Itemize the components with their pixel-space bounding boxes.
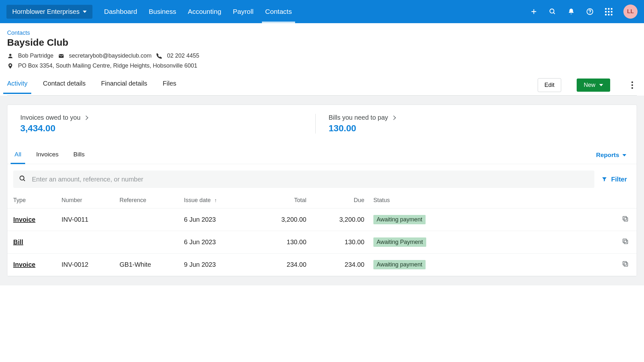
chevron-right-icon	[84, 115, 88, 120]
row-issue-date: 6 Jun 2023	[184, 238, 248, 246]
svg-rect-9	[623, 239, 627, 243]
row-due: 130.00	[306, 238, 364, 246]
row-total: 234.00	[248, 261, 306, 268]
col-issue-date[interactable]: Issue date ↑	[184, 197, 248, 204]
nav-contacts[interactable]: Contacts	[265, 1, 292, 23]
bell-icon[interactable]	[567, 8, 575, 15]
location-icon	[7, 63, 14, 69]
copy-icon[interactable]	[622, 215, 629, 222]
filter-icon	[601, 176, 607, 182]
bills-to-pay-value: 130.00	[329, 123, 624, 134]
row-issue-date: 9 Jun 2023	[184, 261, 248, 268]
nav-accounting[interactable]: Accounting	[188, 1, 221, 23]
avatar[interactable]: LL	[623, 5, 638, 19]
svg-rect-10	[624, 263, 628, 266]
row-number: INV-0012	[62, 261, 120, 268]
apps-icon[interactable]	[605, 8, 612, 15]
contact-person: Bob Partridge	[18, 52, 53, 59]
table-header: Type Number Reference Issue date ↑ Total…	[7, 194, 637, 209]
copy-icon[interactable]	[622, 238, 629, 245]
contact-address: PO Box 3354, South Mailing Centre, Ridge…	[18, 62, 197, 69]
contact-info-row-2: PO Box 3354, South Mailing Centre, Ridge…	[7, 62, 637, 69]
bills-to-pay-label: Bills you need to pay	[329, 114, 624, 121]
activity-card: Invoices owed to you 3,434.00 Bills you …	[7, 105, 637, 276]
table-row: Invoice INV-0012 GB1-White 9 Jun 2023 23…	[7, 254, 637, 276]
contact-info-row-1: Bob Partridge secretarybob@baysideclub.c…	[7, 52, 637, 59]
search-input[interactable]	[32, 176, 589, 183]
row-due: 234.00	[306, 261, 364, 268]
col-total[interactable]: Total	[248, 197, 306, 204]
row-due: 3,200.00	[306, 216, 364, 223]
reports-dropdown[interactable]: Reports	[596, 152, 630, 159]
topbar-tools: LL	[530, 5, 638, 19]
invoices-owed-value: 3,434.00	[20, 123, 315, 134]
svg-rect-8	[624, 240, 628, 244]
subtab-all[interactable]: All	[14, 146, 21, 164]
col-status[interactable]: Status	[364, 197, 432, 204]
bills-to-pay-block[interactable]: Bills you need to pay 130.00	[315, 114, 624, 134]
chevron-right-icon	[391, 115, 396, 120]
svg-point-2	[590, 13, 590, 14]
chevron-down-icon	[83, 11, 87, 13]
sort-asc-icon: ↑	[214, 198, 217, 203]
subtab-invoices[interactable]: Invoices	[36, 146, 59, 164]
search-icon	[19, 175, 26, 183]
svg-rect-11	[623, 262, 627, 265]
row-type-link[interactable]: Invoice	[13, 216, 35, 223]
org-switcher[interactable]: Hornblower Enterprises	[6, 5, 92, 19]
status-badge: Awaiting payment	[373, 215, 426, 224]
col-type[interactable]: Type	[13, 197, 62, 204]
row-issue-date: 6 Jun 2023	[184, 216, 248, 223]
nav-dashboard[interactable]: Dashboard	[104, 1, 137, 23]
svg-point-3	[9, 54, 12, 56]
more-vert-icon	[631, 81, 633, 89]
search-icon[interactable]	[549, 8, 556, 15]
content-area: Invoices owed to you 3,434.00 Bills you …	[0, 96, 644, 285]
search-box[interactable]	[13, 171, 594, 188]
row-total: 3,200.00	[248, 216, 306, 223]
status-badge: Awaiting payment	[373, 260, 426, 269]
tab-files[interactable]: Files	[163, 80, 176, 94]
org-name: Hornblower Enterprises	[12, 8, 80, 15]
svg-point-5	[20, 176, 24, 180]
add-icon[interactable]	[530, 8, 538, 15]
invoices-owed-block[interactable]: Invoices owed to you 3,434.00	[20, 114, 315, 134]
col-reference[interactable]: Reference	[120, 197, 184, 204]
new-button-label: New	[584, 82, 595, 88]
table-row: Bill 6 Jun 2023 130.00 130.00 Awaiting P…	[7, 231, 637, 254]
search-filter-row: Filter	[7, 164, 637, 194]
status-badge: Awaiting Payment	[373, 237, 426, 247]
phone-icon	[156, 53, 162, 59]
copy-icon[interactable]	[622, 260, 629, 267]
nav-business[interactable]: Business	[149, 1, 176, 23]
svg-point-0	[550, 9, 554, 13]
filter-button[interactable]: Filter	[601, 176, 631, 183]
svg-rect-7	[623, 217, 627, 220]
row-total: 130.00	[248, 238, 306, 246]
row-type-link[interactable]: Bill	[13, 238, 23, 246]
email-icon	[58, 53, 64, 59]
row-number: INV-0011	[62, 216, 120, 223]
tab-contact-details[interactable]: Contact details	[43, 80, 85, 94]
contact-tabs: Activity Contact details Financial detai…	[7, 78, 637, 96]
svg-rect-6	[624, 218, 628, 221]
person-icon	[7, 53, 14, 59]
col-number[interactable]: Number	[62, 197, 120, 204]
tab-financial-details[interactable]: Financial details	[101, 80, 147, 94]
help-icon[interactable]	[586, 8, 594, 15]
breadcrumb[interactable]: Contacts	[7, 30, 637, 36]
more-menu-button[interactable]	[631, 81, 633, 89]
col-due[interactable]: Due	[306, 197, 364, 204]
nav-payroll[interactable]: Payroll	[233, 1, 254, 23]
subtab-bills[interactable]: Bills	[73, 146, 85, 164]
row-type-link[interactable]: Invoice	[13, 261, 35, 268]
filter-label: Filter	[611, 176, 627, 183]
edit-button[interactable]: Edit	[538, 78, 561, 92]
page-header: Contacts Bayside Club Bob Partridge secr…	[0, 23, 644, 96]
transaction-subtabs: All Invoices Bills Reports	[7, 146, 637, 164]
new-button[interactable]: New	[577, 79, 610, 92]
main-nav: Dashboard Business Accounting Payroll Co…	[104, 1, 292, 23]
table-row: Invoice INV-0011 6 Jun 2023 3,200.00 3,2…	[7, 209, 637, 231]
page-title: Bayside Club	[7, 37, 637, 48]
tab-activity[interactable]: Activity	[7, 80, 27, 94]
